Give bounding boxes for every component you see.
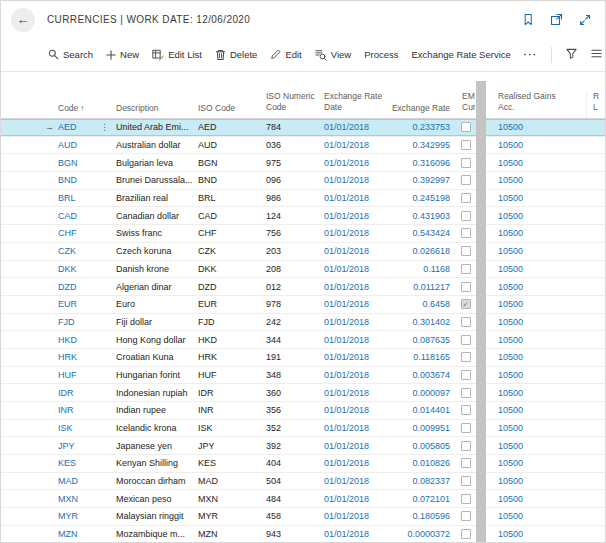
exchange-rate-date-link[interactable]: 01/01/2018 xyxy=(324,175,369,185)
description-cell[interactable]: Mexican peso xyxy=(116,494,198,504)
iso-numeric-cell[interactable]: 036 xyxy=(261,140,321,150)
exchange-rate-link[interactable]: 0.233753 xyxy=(412,122,450,132)
iso-code-cell[interactable]: MYR xyxy=(198,511,261,521)
more-options-icon[interactable]: ··· xyxy=(524,49,538,60)
iso-code-cell[interactable]: HRK xyxy=(198,352,261,362)
realised-gains-link[interactable]: 10500 xyxy=(498,299,523,309)
table-row[interactable]: EUR Euro EUR 978 01/01/2018 0.6458 ✓ 105… xyxy=(1,296,605,314)
currency-code-cell[interactable]: HKD xyxy=(58,335,116,345)
iso-numeric-cell[interactable]: 344 xyxy=(261,335,321,345)
iso-numeric-cell[interactable]: 356 xyxy=(261,405,321,415)
iso-code-cell[interactable]: HUF xyxy=(198,370,261,380)
exchange-rate-link[interactable]: 0.009951 xyxy=(412,423,450,433)
iso-numeric-cell[interactable]: 975 xyxy=(261,158,321,168)
iso-code-cell[interactable]: CAD xyxy=(198,211,261,221)
table-row[interactable]: HRK Croatian Kuna HRK 191 01/01/2018 0.1… xyxy=(1,349,605,367)
bookmark-icon[interactable] xyxy=(522,13,534,26)
realised-gains-link[interactable]: 10500 xyxy=(498,122,523,132)
currency-code-cell[interactable]: CHF xyxy=(58,228,116,238)
emu-checkbox[interactable] xyxy=(461,476,471,486)
iso-numeric-cell[interactable]: 943 xyxy=(261,529,321,539)
description-cell[interactable]: Swiss franc xyxy=(116,228,198,238)
description-cell[interactable]: Hungarian forint xyxy=(116,370,198,380)
iso-numeric-cell[interactable]: 504 xyxy=(261,476,321,486)
iso-numeric-cell[interactable]: 203 xyxy=(261,246,321,256)
currency-code-cell[interactable]: HRK xyxy=(58,352,116,362)
realised-gains-link[interactable]: 10500 xyxy=(498,140,523,150)
currency-code-link[interactable]: HKD xyxy=(58,335,77,345)
iso-code-cell[interactable]: MAD xyxy=(198,476,261,486)
table-row[interactable]: AUD Australian dollar AUD 036 01/01/2018… xyxy=(1,137,605,155)
currency-code-link[interactable]: KES xyxy=(58,458,76,468)
iso-numeric-cell[interactable]: 096 xyxy=(261,175,321,185)
exchange-rate-link[interactable]: 0.392997 xyxy=(412,175,450,185)
currency-code-cell[interactable]: DZD xyxy=(58,282,116,292)
iso-numeric-cell[interactable]: 458 xyxy=(261,511,321,521)
realised-gains-link[interactable]: 10500 xyxy=(498,282,523,292)
emu-checkbox[interactable] xyxy=(461,494,471,504)
iso-code-cell[interactable]: MXN xyxy=(198,494,261,504)
currency-code-cell[interactable]: DKK xyxy=(58,264,116,274)
exchange-rate-date-link[interactable]: 01/01/2018 xyxy=(324,352,369,362)
iso-numeric-cell[interactable]: 360 xyxy=(261,388,321,398)
header-emu-currency[interactable]: EMU Curr... xyxy=(456,91,475,118)
currency-code-link[interactable]: MZN xyxy=(58,529,78,539)
table-row[interactable]: CAD Canadian dollar CAD 124 01/01/2018 0… xyxy=(1,207,605,225)
table-row[interactable]: MZN Mozambique m... MZN 943 01/01/2018 0… xyxy=(1,526,605,543)
currency-code-cell[interactable]: JPY xyxy=(58,441,116,451)
currency-code-link[interactable]: MAD xyxy=(58,476,78,486)
currency-code-link[interactable]: BND xyxy=(58,175,77,185)
iso-code-cell[interactable]: AUD xyxy=(198,140,261,150)
exchange-rate-link[interactable]: 0.003674 xyxy=(412,370,450,380)
realised-gains-link[interactable]: 10500 xyxy=(498,476,523,486)
table-row[interactable]: BRL Brazilian real BRL 986 01/01/2018 0.… xyxy=(1,190,605,208)
iso-numeric-cell[interactable]: 124 xyxy=(261,211,321,221)
realised-gains-link[interactable]: 10500 xyxy=(498,158,523,168)
currency-code-link[interactable]: ISK xyxy=(58,423,73,433)
emu-checkbox[interactable] xyxy=(461,423,471,433)
emu-checkbox[interactable] xyxy=(461,158,471,168)
emu-checkbox[interactable] xyxy=(461,175,471,185)
filter-icon[interactable] xyxy=(566,48,577,61)
description-cell[interactable]: Malaysian ringgit xyxy=(116,511,198,521)
realised-gains-link[interactable]: 10500 xyxy=(498,335,523,345)
description-cell[interactable]: Czech koruna xyxy=(116,246,198,256)
currency-code-cell[interactable]: CAD xyxy=(58,211,116,221)
exchange-rate-link[interactable]: 0.1168 xyxy=(423,264,450,274)
table-row[interactable]: CHF Swiss franc CHF 756 01/01/2018 0.543… xyxy=(1,225,605,243)
table-row[interactable]: INR Indian rupee INR 356 01/01/2018 0.01… xyxy=(1,402,605,420)
exchange-rate-date-link[interactable]: 01/01/2018 xyxy=(324,193,369,203)
table-row[interactable]: ISK Icelandic krona ISK 352 01/01/2018 0… xyxy=(1,420,605,438)
popout-icon[interactable] xyxy=(550,13,563,26)
currency-code-cell[interactable]: IDR xyxy=(58,388,116,398)
currency-code-cell[interactable]: MZN xyxy=(58,529,116,539)
currency-code-cell[interactable]: BGN xyxy=(58,158,116,168)
exchange-rate-date-link[interactable]: 01/01/2018 xyxy=(324,458,369,468)
exchange-rate-link[interactable]: 0.543424 xyxy=(412,228,450,238)
iso-code-cell[interactable]: HKD xyxy=(198,335,261,345)
iso-code-cell[interactable]: BND xyxy=(198,175,261,185)
currency-code-cell[interactable]: AUD xyxy=(58,140,116,150)
currency-code-link[interactable]: JPY xyxy=(58,441,75,451)
currency-code-link[interactable]: AED xyxy=(58,122,77,132)
table-row[interactable]: MXN Mexican peso MXN 484 01/01/2018 0.07… xyxy=(1,490,605,508)
exchange-rate-link[interactable]: 0.316096 xyxy=(412,158,450,168)
exchange-rate-link[interactable]: 0.118165 xyxy=(413,352,450,362)
emu-checkbox[interactable] xyxy=(461,529,471,539)
description-cell[interactable]: Icelandic krona xyxy=(116,423,198,433)
currency-code-cell[interactable]: ISK xyxy=(58,423,116,433)
iso-code-cell[interactable]: AED xyxy=(198,122,261,132)
iso-numeric-cell[interactable]: 348 xyxy=(261,370,321,380)
currency-code-link[interactable]: CZK xyxy=(58,246,76,256)
iso-code-cell[interactable]: EUR xyxy=(198,299,261,309)
realised-gains-link[interactable]: 10500 xyxy=(498,458,523,468)
emu-checkbox[interactable] xyxy=(461,264,471,274)
iso-code-cell[interactable]: JPY xyxy=(198,441,261,451)
header-exchange-rate[interactable]: Exchange Rate xyxy=(386,103,456,118)
iso-numeric-cell[interactable]: 756 xyxy=(261,228,321,238)
header-exchange-rate-date[interactable]: Exchange Rate Date xyxy=(321,91,386,118)
currency-code-cell[interactable]: EUR xyxy=(58,299,116,309)
realised-gains-link[interactable]: 10500 xyxy=(498,388,523,398)
currency-code-cell[interactable]: KES xyxy=(58,458,116,468)
header-realised-losses-partial[interactable]: R L xyxy=(586,91,605,118)
